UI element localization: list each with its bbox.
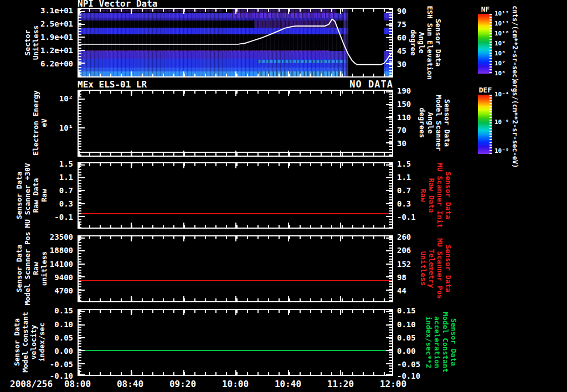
x-major-ticks bbox=[79, 9, 392, 14]
p1-right-axis-label: Sensor Data ESH Sun Elevation Angle degr… bbox=[409, 6, 442, 79]
panel2-title-row: MEx ELS-01 LR NO DATA bbox=[78, 80, 393, 89]
y-major-tick bbox=[79, 127, 85, 128]
p5-left-axis-label: Sensor Data Model Constant velocity inde… bbox=[13, 312, 46, 373]
y-major-tick bbox=[79, 11, 85, 12]
panel2-title: MEx ELS-01 LR bbox=[78, 81, 147, 89]
y-minor-ticks-right bbox=[389, 163, 392, 228]
tick-label: 0.15 bbox=[397, 307, 416, 314]
panel-mu-scanner-raw bbox=[78, 162, 393, 229]
panel-model-velocity bbox=[78, 309, 393, 376]
tick-label: 0.3 bbox=[397, 200, 411, 208]
tick-label: -0.1 bbox=[54, 213, 73, 221]
time-tick-label: 08:00 bbox=[64, 379, 91, 389]
tick-label: 30 bbox=[397, 140, 406, 147]
y-major-tick bbox=[79, 276, 85, 277]
y-major-tick bbox=[79, 24, 85, 25]
tick-label: 23500 bbox=[50, 233, 73, 241]
tick-label: 10¹² bbox=[494, 10, 509, 18]
colorbar-nf-unit: cnts/(cm**2-sr-sec) bbox=[511, 6, 519, 81]
tick-label: 1.2e+01 bbox=[40, 47, 73, 54]
tick-label: 10¹¹ bbox=[494, 20, 509, 28]
tick-label: 260 bbox=[397, 233, 411, 241]
p4-right-axis-label: Sensor Data MU Scanner Pos Telemetry Uni… bbox=[419, 238, 452, 299]
tick-label: 10¹⁰ bbox=[494, 30, 509, 38]
time-tick-label: 08:40 bbox=[117, 379, 143, 389]
tick-label: 45 bbox=[397, 47, 406, 55]
y-major-tick bbox=[386, 104, 392, 105]
y-major-tick bbox=[79, 311, 85, 312]
tick-label: 10⁻⁴ bbox=[494, 91, 509, 99]
y-major-tick bbox=[386, 374, 392, 375]
tick-label: 0.00 bbox=[54, 347, 73, 355]
y-major-tick bbox=[386, 238, 392, 239]
tick-label: 0.00 bbox=[397, 347, 416, 355]
y-minor-ticks-left bbox=[79, 310, 81, 375]
tick-label: 18800 bbox=[50, 246, 73, 254]
tick-label: 1.1 bbox=[59, 173, 73, 181]
tick-label: 0.10 bbox=[54, 321, 73, 328]
y-major-tick bbox=[79, 177, 85, 178]
y-major-tick bbox=[386, 324, 392, 326]
tick-label: 14100 bbox=[50, 260, 73, 268]
tick-label: 206 bbox=[397, 246, 411, 254]
tick-label: 1.9e+01 bbox=[40, 33, 73, 41]
tick-label: 10⁹ bbox=[494, 40, 506, 48]
tick-label: 152 bbox=[397, 260, 411, 268]
y-major-tick bbox=[386, 276, 392, 277]
tick-label: -0.1 bbox=[397, 213, 416, 221]
velocity-line bbox=[79, 350, 392, 351]
y-major-tick bbox=[386, 24, 392, 25]
y-minor-ticks-left bbox=[79, 91, 81, 156]
y-major-tick bbox=[79, 324, 85, 326]
y-major-tick bbox=[79, 190, 85, 191]
y-major-tick bbox=[79, 99, 85, 100]
tick-label: 4700 bbox=[54, 287, 73, 295]
tick-label: 9400 bbox=[54, 274, 73, 281]
tick-label: 3.1e+01 bbox=[40, 7, 73, 14]
y-major-tick bbox=[386, 337, 392, 338]
y-minor-ticks-left bbox=[79, 9, 81, 76]
y-minor-ticks-right bbox=[389, 310, 392, 375]
y-major-tick bbox=[79, 216, 85, 217]
tick-label: 1.1 bbox=[397, 173, 411, 181]
tick-label: 44 bbox=[397, 287, 406, 295]
tick-label: 0.05 bbox=[397, 334, 416, 342]
x-major-ticks bbox=[79, 236, 392, 241]
y-major-tick bbox=[386, 164, 392, 166]
time-axis-labels: 08:0008:4009:2010:0010:4011:2012:00 bbox=[78, 379, 393, 391]
p3-left-axis-label: Sensor Data MU Scanner +30V Raw Data Raw bbox=[15, 163, 48, 228]
tick-label: 10⁸ bbox=[494, 50, 506, 58]
p1-left-axis-label: Sector Unitless bbox=[23, 25, 40, 60]
tick-label: 0.10 bbox=[397, 321, 416, 328]
colorbar-ticks bbox=[489, 14, 492, 74]
tick-label: 190 bbox=[397, 87, 411, 95]
y-major-tick bbox=[386, 250, 392, 251]
x-major-ticks bbox=[79, 310, 392, 315]
tick-label: 10⁷ bbox=[494, 60, 506, 68]
x-major-ticks bbox=[79, 163, 392, 168]
tick-label: 10⁻⁸ bbox=[494, 147, 509, 155]
tick-label: -0.05 bbox=[50, 360, 73, 368]
y-major-tick bbox=[79, 264, 85, 265]
y-major-tick bbox=[79, 203, 85, 204]
colorbar-ticks bbox=[489, 95, 492, 154]
y-major-tick bbox=[79, 238, 85, 239]
tick-label: 10⁶ bbox=[494, 70, 506, 78]
tick-label: 98 bbox=[397, 274, 406, 281]
y-minor-ticks-left bbox=[79, 236, 81, 301]
y-major-tick bbox=[386, 91, 392, 92]
x-major-ticks bbox=[79, 151, 392, 156]
tick-label: 1.5 bbox=[397, 160, 411, 168]
y-major-tick bbox=[79, 50, 85, 51]
sun-elevation-curve bbox=[79, 9, 392, 76]
colorbar-nf bbox=[478, 14, 492, 74]
y-major-tick bbox=[386, 63, 392, 64]
tick-label: 10² bbox=[59, 95, 73, 102]
y-major-tick bbox=[386, 142, 392, 143]
y-minor-ticks-right bbox=[389, 91, 392, 156]
tick-label: 30 bbox=[397, 60, 406, 68]
tick-label: 0.3 bbox=[59, 200, 73, 208]
y-major-tick bbox=[386, 203, 392, 204]
colorbar-nf-title: NF bbox=[478, 5, 493, 13]
y-major-tick bbox=[386, 350, 392, 351]
